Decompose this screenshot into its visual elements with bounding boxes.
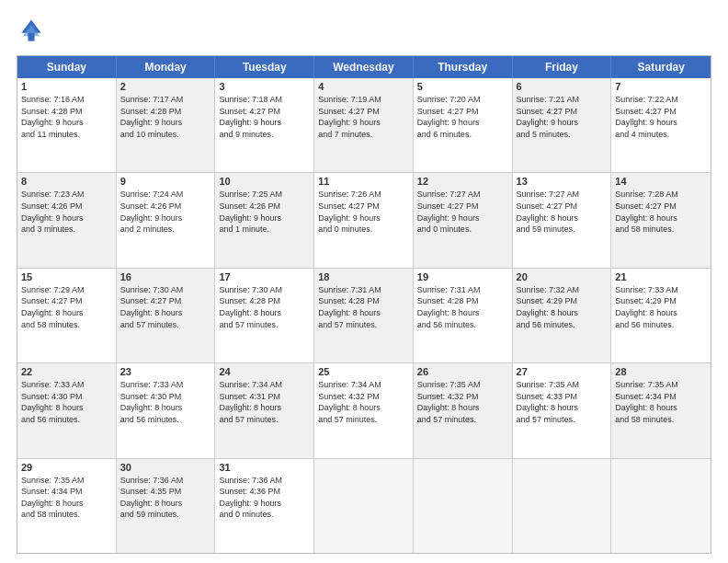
cell-info: Sunrise: 7:31 AM Sunset: 4:28 PM Dayligh… <box>318 284 409 330</box>
cell-info: Sunrise: 7:27 AM Sunset: 4:27 PM Dayligh… <box>417 189 508 235</box>
svg-rect-2 <box>28 33 34 41</box>
calendar-header: SundayMondayTuesdayWednesdayThursdayFrid… <box>17 56 711 78</box>
day-number: 23 <box>120 366 211 377</box>
calendar-cell: 29Sunrise: 7:35 AM Sunset: 4:34 PM Dayli… <box>17 459 117 553</box>
weekday-header: Saturday <box>611 56 711 78</box>
weekday-header: Monday <box>117 56 216 78</box>
day-number: 28 <box>615 366 707 377</box>
day-number: 8 <box>21 176 112 187</box>
day-number: 12 <box>417 176 508 187</box>
calendar-cell: 5Sunrise: 7:20 AM Sunset: 4:27 PM Daylig… <box>414 78 513 172</box>
cell-info: Sunrise: 7:21 AM Sunset: 4:27 PM Dayligh… <box>517 94 608 140</box>
cell-info: Sunrise: 7:24 AM Sunset: 4:26 PM Dayligh… <box>120 189 211 235</box>
calendar-cell: 15Sunrise: 7:29 AM Sunset: 4:27 PM Dayli… <box>17 269 117 362</box>
cell-info: Sunrise: 7:20 AM Sunset: 4:27 PM Dayligh… <box>417 94 508 140</box>
day-number: 29 <box>21 462 112 473</box>
cell-info: Sunrise: 7:35 AM Sunset: 4:33 PM Dayligh… <box>517 379 608 425</box>
calendar-row: 8Sunrise: 7:23 AM Sunset: 4:26 PM Daylig… <box>17 173 711 268</box>
day-number: 3 <box>219 81 310 92</box>
calendar-cell: 16Sunrise: 7:30 AM Sunset: 4:27 PM Dayli… <box>117 269 216 362</box>
calendar-cell: 11Sunrise: 7:26 AM Sunset: 4:27 PM Dayli… <box>314 173 414 267</box>
cell-info: Sunrise: 7:29 AM Sunset: 4:27 PM Dayligh… <box>21 284 112 330</box>
calendar-cell: 27Sunrise: 7:35 AM Sunset: 4:33 PM Dayli… <box>513 363 612 457</box>
header <box>17 17 711 46</box>
calendar-cell <box>314 459 414 553</box>
page: SundayMondayTuesdayWednesdayThursdayFrid… <box>0 0 728 563</box>
cell-info: Sunrise: 7:19 AM Sunset: 4:27 PM Dayligh… <box>318 94 409 140</box>
calendar-cell <box>611 459 711 553</box>
day-number: 10 <box>219 176 310 187</box>
day-number: 7 <box>615 81 707 92</box>
calendar-cell: 9Sunrise: 7:24 AM Sunset: 4:26 PM Daylig… <box>117 173 216 267</box>
day-number: 9 <box>120 176 211 187</box>
calendar-cell <box>414 459 513 553</box>
calendar-cell: 1Sunrise: 7:16 AM Sunset: 4:28 PM Daylig… <box>17 78 117 172</box>
calendar-cell: 31Sunrise: 7:36 AM Sunset: 4:36 PM Dayli… <box>215 459 314 553</box>
day-number: 21 <box>615 271 707 282</box>
cell-info: Sunrise: 7:26 AM Sunset: 4:27 PM Dayligh… <box>318 189 409 235</box>
calendar-cell: 10Sunrise: 7:25 AM Sunset: 4:26 PM Dayli… <box>215 173 314 267</box>
calendar-row: 15Sunrise: 7:29 AM Sunset: 4:27 PM Dayli… <box>17 269 711 363</box>
cell-info: Sunrise: 7:31 AM Sunset: 4:28 PM Dayligh… <box>417 284 508 330</box>
calendar-row: 1Sunrise: 7:16 AM Sunset: 4:28 PM Daylig… <box>17 78 711 173</box>
day-number: 25 <box>318 366 409 377</box>
calendar-cell: 22Sunrise: 7:33 AM Sunset: 4:30 PM Dayli… <box>17 363 117 457</box>
day-number: 2 <box>120 81 211 92</box>
cell-info: Sunrise: 7:33 AM Sunset: 4:30 PM Dayligh… <box>120 379 211 425</box>
cell-info: Sunrise: 7:35 AM Sunset: 4:32 PM Dayligh… <box>417 379 508 425</box>
cell-info: Sunrise: 7:33 AM Sunset: 4:30 PM Dayligh… <box>21 379 112 425</box>
day-number: 1 <box>21 81 112 92</box>
logo <box>17 17 50 46</box>
calendar-cell: 30Sunrise: 7:36 AM Sunset: 4:35 PM Dayli… <box>117 459 216 553</box>
calendar-cell: 6Sunrise: 7:21 AM Sunset: 4:27 PM Daylig… <box>513 78 612 172</box>
calendar-cell: 28Sunrise: 7:35 AM Sunset: 4:34 PM Dayli… <box>611 363 711 457</box>
calendar-cell: 23Sunrise: 7:33 AM Sunset: 4:30 PM Dayli… <box>117 363 216 457</box>
cell-info: Sunrise: 7:33 AM Sunset: 4:29 PM Dayligh… <box>615 284 707 330</box>
day-number: 24 <box>219 366 310 377</box>
calendar-row: 22Sunrise: 7:33 AM Sunset: 4:30 PM Dayli… <box>17 363 711 458</box>
weekday-header: Sunday <box>17 56 117 78</box>
day-number: 19 <box>417 271 508 282</box>
calendar-cell: 26Sunrise: 7:35 AM Sunset: 4:32 PM Dayli… <box>414 363 513 457</box>
cell-info: Sunrise: 7:36 AM Sunset: 4:35 PM Dayligh… <box>120 475 211 521</box>
day-number: 17 <box>219 271 310 282</box>
cell-info: Sunrise: 7:17 AM Sunset: 4:28 PM Dayligh… <box>120 94 211 140</box>
calendar-cell: 17Sunrise: 7:30 AM Sunset: 4:28 PM Dayli… <box>215 269 314 362</box>
calendar-cell: 12Sunrise: 7:27 AM Sunset: 4:27 PM Dayli… <box>414 173 513 267</box>
cell-info: Sunrise: 7:22 AM Sunset: 4:27 PM Dayligh… <box>615 94 707 140</box>
day-number: 13 <box>517 176 608 187</box>
calendar: SundayMondayTuesdayWednesdayThursdayFrid… <box>17 55 711 554</box>
cell-info: Sunrise: 7:34 AM Sunset: 4:32 PM Dayligh… <box>318 379 409 425</box>
cell-info: Sunrise: 7:18 AM Sunset: 4:27 PM Dayligh… <box>219 94 310 140</box>
day-number: 15 <box>21 271 112 282</box>
weekday-header: Friday <box>513 56 612 78</box>
calendar-cell: 21Sunrise: 7:33 AM Sunset: 4:29 PM Dayli… <box>611 269 711 362</box>
calendar-cell: 2Sunrise: 7:17 AM Sunset: 4:28 PM Daylig… <box>117 78 216 172</box>
cell-info: Sunrise: 7:34 AM Sunset: 4:31 PM Dayligh… <box>219 379 310 425</box>
calendar-cell: 3Sunrise: 7:18 AM Sunset: 4:27 PM Daylig… <box>215 78 314 172</box>
cell-info: Sunrise: 7:27 AM Sunset: 4:27 PM Dayligh… <box>517 189 608 235</box>
cell-info: Sunrise: 7:36 AM Sunset: 4:36 PM Dayligh… <box>219 475 310 521</box>
cell-info: Sunrise: 7:23 AM Sunset: 4:26 PM Dayligh… <box>21 189 112 235</box>
day-number: 18 <box>318 271 409 282</box>
cell-info: Sunrise: 7:16 AM Sunset: 4:28 PM Dayligh… <box>21 94 112 140</box>
day-number: 11 <box>318 176 409 187</box>
calendar-cell: 18Sunrise: 7:31 AM Sunset: 4:28 PM Dayli… <box>314 269 414 362</box>
day-number: 4 <box>318 81 409 92</box>
logo-icon <box>17 17 46 46</box>
cell-info: Sunrise: 7:32 AM Sunset: 4:29 PM Dayligh… <box>517 284 608 330</box>
calendar-cell: 14Sunrise: 7:28 AM Sunset: 4:27 PM Dayli… <box>611 173 711 267</box>
day-number: 14 <box>615 176 707 187</box>
cell-info: Sunrise: 7:35 AM Sunset: 4:34 PM Dayligh… <box>615 379 707 425</box>
calendar-row: 29Sunrise: 7:35 AM Sunset: 4:34 PM Dayli… <box>17 459 711 553</box>
day-number: 16 <box>120 271 211 282</box>
calendar-cell: 20Sunrise: 7:32 AM Sunset: 4:29 PM Dayli… <box>513 269 612 362</box>
cell-info: Sunrise: 7:28 AM Sunset: 4:27 PM Dayligh… <box>615 189 707 235</box>
calendar-cell: 8Sunrise: 7:23 AM Sunset: 4:26 PM Daylig… <box>17 173 117 267</box>
calendar-cell: 13Sunrise: 7:27 AM Sunset: 4:27 PM Dayli… <box>513 173 612 267</box>
calendar-cell: 24Sunrise: 7:34 AM Sunset: 4:31 PM Dayli… <box>215 363 314 457</box>
calendar-cell: 25Sunrise: 7:34 AM Sunset: 4:32 PM Dayli… <box>314 363 414 457</box>
calendar-cell <box>513 459 612 553</box>
calendar-cell: 19Sunrise: 7:31 AM Sunset: 4:28 PM Dayli… <box>414 269 513 362</box>
cell-info: Sunrise: 7:35 AM Sunset: 4:34 PM Dayligh… <box>21 475 112 521</box>
